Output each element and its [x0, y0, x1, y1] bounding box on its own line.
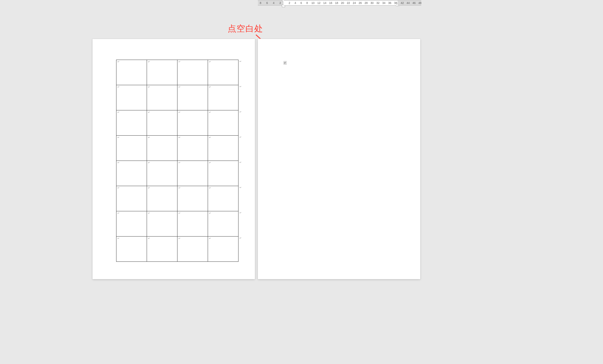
ruler-tick: 36	[387, 1, 392, 5]
table-row: ↵↵↵↵↵	[116, 161, 239, 186]
annotation-label: 点空白处	[228, 23, 263, 34]
ruler-body: 2 4 6 8 10 12 14 16 18 20 22 24 26 28 30…	[283, 0, 398, 6]
end-of-row-mark: ↵	[239, 161, 241, 164]
table-row: ↵↵↵↵↵	[116, 211, 239, 237]
table-row: ↵↵↵↵↵	[116, 136, 239, 161]
table-cell[interactable]: ↵	[177, 110, 208, 136]
table-cell[interactable]: ↵	[177, 161, 208, 186]
end-of-row-mark: ↵	[239, 212, 241, 214]
table-cell[interactable]: ↵	[177, 136, 208, 161]
ruler-tick: 24	[352, 1, 357, 5]
ruler-tick: 20	[340, 1, 345, 5]
ruler-tick: 28	[364, 1, 369, 5]
ruler-tick: 6	[299, 1, 304, 5]
table-cell[interactable]: ↵	[147, 85, 177, 110]
document-table[interactable]: ↵↵↵↵↵↵↵↵↵↵↵↵↵↵↵↵↵↵↵↵↵↵↵↵↵↵↵↵↵↵↵↵↵↵↵↵↵↵↵↵	[116, 60, 239, 262]
table-cell[interactable]: ↵	[116, 211, 147, 237]
ruler-tick: 18	[334, 1, 339, 5]
table-cell[interactable]: ↵	[177, 60, 208, 85]
table-cell[interactable]: ↵	[116, 186, 147, 211]
table-cell[interactable]: ↵↵	[208, 161, 239, 186]
ruler-tick: 12	[316, 1, 322, 5]
table-cell[interactable]: ↵	[116, 136, 147, 161]
table-cell[interactable]: ↵↵	[208, 60, 239, 85]
table-cell[interactable]: ↵↵	[208, 110, 239, 136]
ruler-left-margin: 8 6 4 2	[258, 0, 283, 6]
table-cell[interactable]: ↵	[116, 60, 147, 85]
end-of-row-mark: ↵	[239, 60, 241, 63]
ruler-tick: 22	[346, 1, 351, 5]
table-cell[interactable]: ↵	[147, 110, 177, 136]
table-row: ↵↵↵↵↵	[116, 186, 239, 211]
table-row: ↵↵↵↵↵	[116, 237, 239, 262]
ruler-right-margin: 42 44 46 48	[398, 0, 421, 6]
end-of-row-mark: ↵	[239, 136, 241, 139]
table-cell[interactable]: ↵	[147, 186, 177, 211]
table-cell[interactable]: ↵	[116, 237, 147, 262]
ruler-tick: 30	[369, 1, 375, 5]
end-of-row-mark: ↵	[239, 237, 241, 239]
ruler-tick: 10	[310, 1, 316, 5]
ruler-tick: 4	[271, 1, 276, 5]
table-row: ↵↵↵↵↵	[116, 60, 239, 85]
table-cell[interactable]: ↵	[147, 211, 177, 237]
ruler-tick: 4	[293, 1, 298, 5]
table-cell[interactable]: ↵	[116, 85, 147, 110]
ruler-tick: 8	[304, 1, 310, 5]
table-cell[interactable]: ↵	[116, 161, 147, 186]
document-page-1[interactable]: ↵↵↵↵↵↵↵↵↵↵↵↵↵↵↵↵↵↵↵↵↵↵↵↵↵↵↵↵↵↵↵↵↵↵↵↵↵↵↵↵	[93, 39, 255, 279]
table-row: ↵↵↵↵↵	[116, 110, 239, 136]
ruler-tick: 2	[287, 1, 292, 5]
table-cell[interactable]: ↵	[116, 110, 147, 136]
table-cell[interactable]: ↵	[147, 237, 177, 262]
table-cell[interactable]: ↵	[147, 136, 177, 161]
table-cell[interactable]: ↵↵	[208, 237, 239, 262]
ruler-tick: 48	[417, 1, 423, 5]
ruler-tick: 26	[358, 1, 363, 5]
table-cell[interactable]: ↵↵	[208, 186, 239, 211]
ruler-tick: 16	[328, 1, 333, 5]
table-row: ↵↵↵↵↵	[116, 85, 239, 110]
table-cell[interactable]: ↵↵	[208, 85, 239, 110]
end-of-row-mark: ↵	[239, 86, 241, 88]
end-of-row-mark: ↵	[239, 186, 241, 189]
table-cell[interactable]: ↵	[147, 161, 177, 186]
ruler-tick: 8	[258, 1, 263, 5]
ruler-tick: 14	[322, 1, 327, 5]
table-cell[interactable]: ↵↵	[208, 211, 239, 237]
table-cell[interactable]: ↵	[177, 237, 208, 262]
ruler-tick: 6	[264, 1, 270, 5]
table-cell[interactable]: ↵	[177, 211, 208, 237]
horizontal-ruler[interactable]: 8 6 4 2 2 4 6 8 10 12 14 16 18 20 22 24 …	[258, 1, 421, 5]
ruler-tick: 42	[400, 1, 405, 5]
table-cell[interactable]: ↵	[177, 186, 208, 211]
ruler-tick: 44	[405, 1, 411, 5]
end-of-row-mark: ↵	[239, 111, 241, 113]
ruler-tick: 32	[375, 1, 381, 5]
table-cell[interactable]: ↵	[147, 60, 177, 85]
ruler-tick: 34	[381, 1, 386, 5]
table-cell[interactable]: ↵↵	[208, 136, 239, 161]
document-page-2[interactable]: ↵	[258, 39, 420, 279]
ruler-tick: 46	[411, 1, 417, 5]
table-cell[interactable]: ↵	[177, 85, 208, 110]
paragraph-mark[interactable]: ↵	[283, 61, 287, 65]
